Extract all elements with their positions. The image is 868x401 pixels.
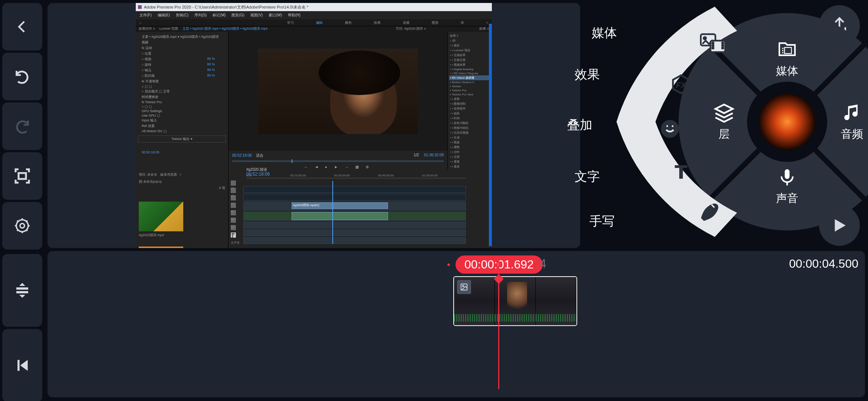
submenu-effect[interactable]: FX — [670, 74, 692, 95]
pr-timeline-panel: T #g2020 国语 00:52:18:06 0:0000:15:00:000… — [228, 169, 470, 248]
capture-button[interactable] — [2, 152, 42, 200]
wheel-audio[interactable]: 音频 — [841, 102, 863, 142]
timeline-panel[interactable]: 00:00:01.692 4 00:00:04.500 — [47, 251, 865, 397]
svg-point-35 — [462, 285, 464, 287]
svg-marker-6 — [19, 295, 25, 298]
preview-stage[interactable]: Adobe Premiere Pro 2020 - C:\Users\Admin… — [47, 3, 580, 248]
svg-rect-4 — [16, 291, 28, 293]
svg-rect-14 — [785, 48, 792, 53]
svg-point-23 — [712, 42, 714, 44]
pr-project-panel: 项目: 未命名 媒体浏览器 » ▦ 未命名prproj 6 项 #g2020国语… — [136, 169, 228, 248]
playhead[interactable] — [498, 255, 499, 389]
pr-menubar: 文件(F)编辑(E)剪辑(C)序列(S)标记(M)图形(G)视图(V)窗口(W)… — [136, 11, 492, 19]
fx-hex-icon: FX — [670, 74, 692, 95]
svg-point-27 — [722, 45, 724, 46]
svg-point-25 — [712, 47, 714, 49]
submenu-label-effect: 效果 — [566, 66, 600, 83]
svg-point-15 — [782, 48, 783, 49]
pr-program-monitor — [228, 32, 447, 151]
submenu-media[interactable] — [700, 33, 726, 53]
submenu-label-handwrite: 手写 — [581, 213, 615, 230]
svg-rect-18 — [785, 169, 790, 179]
svg-point-26 — [722, 42, 724, 44]
layer-submenu: FX 媒体 效果 叠加 文字 手写 — [604, 7, 741, 237]
duration-timecode: 00:00:04.500 — [789, 257, 858, 271]
submenu-label-overlay: 叠加 — [559, 117, 592, 134]
preview-video: Adobe Premiere Pro 2020 - C:\Users\Admin… — [136, 3, 492, 246]
tools-wheel-area: 媒体 音频 声音 层 — [583, 3, 865, 248]
text-icon — [670, 161, 692, 182]
pen-icon — [698, 198, 721, 221]
submenu-overlay[interactable] — [659, 118, 681, 140]
svg-point-28 — [722, 47, 724, 49]
submenu-label-media: 媒体 — [583, 25, 617, 42]
svg-point-17 — [782, 52, 783, 53]
submenu-label-text: 文字 — [566, 168, 600, 185]
undo-button[interactable] — [2, 53, 42, 100]
svg-point-33 — [672, 125, 674, 127]
music-note-icon — [842, 102, 862, 123]
sticker-icon — [659, 118, 681, 140]
svg-rect-3 — [16, 287, 28, 290]
svg-rect-7 — [17, 360, 20, 371]
svg-text:FX: FX — [676, 81, 687, 90]
left-toolbar — [0, 0, 45, 401]
folder-film-icon — [777, 39, 798, 60]
svg-marker-8 — [20, 360, 28, 371]
svg-point-24 — [712, 45, 714, 46]
pr-titlebar: Adobe Premiere Pro 2020 - C:\Users\Admin… — [136, 3, 492, 11]
submenu-text[interactable] — [670, 161, 692, 182]
image-video-icon — [700, 33, 726, 53]
svg-point-2 — [20, 224, 24, 228]
redo-button[interactable] — [2, 102, 42, 150]
timeline-clip[interactable] — [453, 276, 577, 326]
wheel-voice[interactable]: 声音 — [776, 168, 798, 206]
svg-point-31 — [661, 120, 679, 138]
svg-point-21 — [704, 37, 706, 40]
submenu-handwrite[interactable] — [698, 198, 721, 221]
svg-marker-5 — [19, 283, 25, 286]
pr-effects-panel: 效果 ≡ ○ 的 › ▪ 预设 › ▪ Lumetri 预设 › ▪ 音频效果 … — [447, 32, 492, 169]
settings-button[interactable] — [2, 202, 42, 250]
microphone-icon — [777, 168, 797, 187]
svg-rect-0 — [19, 173, 26, 179]
timeline-expand-button[interactable] — [2, 254, 42, 327]
svg-point-16 — [782, 50, 783, 51]
wheel-hub-logo[interactable] — [756, 90, 819, 153]
back-button[interactable] — [2, 3, 42, 50]
image-icon — [457, 280, 471, 294]
svg-point-32 — [666, 125, 668, 127]
frame-number: 4 — [539, 256, 546, 271]
wheel-media[interactable]: 媒体 — [776, 39, 798, 79]
jump-start-button[interactable] — [2, 329, 42, 401]
pr-effect-controls: 主要 • #g2020国语.mp4 ▾ #g2020国语 • #g2020国语 … — [136, 32, 228, 169]
